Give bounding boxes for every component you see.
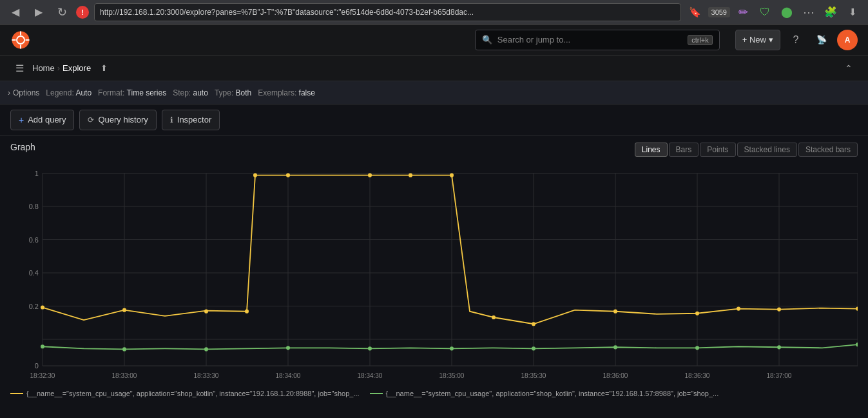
svg-text:18:36:30: 18:36:30 — [685, 372, 710, 379]
legend-color-green — [370, 393, 383, 394]
url-bar[interactable]: http://192.168.1.20:3000/explore?panes=%… — [94, 3, 681, 21]
svg-point-50 — [492, 315, 496, 319]
help-button[interactable]: ? — [786, 30, 806, 50]
legend-text-yellow: {__name__="system_cpu_usage", applicatio… — [26, 390, 360, 397]
options-bar: › Options Legend: Auto Format: Time seri… — [0, 81, 868, 104]
new-button-label: + New — [742, 35, 766, 45]
pen-extension[interactable]: ✏ — [734, 3, 752, 21]
type-option[interactable]: Type: Both — [215, 88, 251, 97]
breadcrumb-separator: › — [57, 63, 60, 73]
format-option[interactable]: Format: Time series — [98, 88, 166, 97]
exemplars-option[interactable]: Exemplars: false — [258, 88, 315, 97]
svg-text:18:37:00: 18:37:00 — [767, 372, 792, 379]
svg-text:0.6: 0.6 — [29, 236, 39, 244]
share-button[interactable]: ⬆ — [95, 59, 113, 77]
svg-point-61 — [368, 346, 372, 350]
new-button[interactable]: + New ▾ — [735, 30, 780, 50]
svg-point-53 — [695, 312, 699, 315]
inspector-button[interactable]: ℹ Inspector — [162, 110, 220, 130]
breadcrumb-explore: Explore — [63, 63, 91, 73]
back-button[interactable]: ◀ — [6, 3, 24, 21]
svg-text:18:35:30: 18:35:30 — [521, 372, 546, 379]
graph-header: Graph Lines Bars Points Stacked lines St… — [10, 142, 858, 157]
search-icon: 🔍 — [482, 35, 492, 45]
plus-icon: + — [19, 115, 24, 125]
legend-color-yellow — [10, 393, 23, 394]
svg-point-48 — [409, 174, 412, 177]
svg-point-43 — [204, 310, 208, 314]
graph-title: Graph — [10, 142, 35, 152]
chevron-up-icon: ⌃ — [845, 63, 853, 74]
shield-extension[interactable]: 🛡 — [756, 3, 774, 21]
rss-icon: 📡 — [816, 35, 827, 45]
avatar-initials: A — [845, 35, 851, 45]
svg-text:0.8: 0.8 — [29, 203, 39, 210]
more-button[interactable]: ⋯ — [800, 3, 818, 21]
svg-point-63 — [532, 346, 535, 350]
grafana-logo[interactable] — [10, 30, 31, 50]
query-history-button[interactable]: ⟳ Query history — [79, 110, 156, 130]
nav-bar: ☰ Home › Explore ⬆ ⌃ — [0, 55, 868, 81]
refresh-button[interactable]: ↻ — [53, 3, 71, 21]
stacked-lines-button[interactable]: Stacked lines — [737, 143, 797, 157]
url-text: http://192.168.1.20:3000/explore?panes=%… — [100, 8, 474, 17]
collapse-button[interactable]: ⌃ — [840, 59, 858, 77]
svg-text:0.2: 0.2 — [29, 302, 39, 310]
points-button[interactable]: Points — [700, 143, 735, 157]
svg-point-44 — [245, 310, 249, 314]
legend-item-green[interactable]: {__name__="system_cpu_usage", applicatio… — [370, 390, 719, 397]
search-placeholder: Search or jump to... — [497, 35, 682, 45]
rss-button[interactable]: 📡 — [811, 30, 832, 50]
svg-point-49 — [450, 174, 454, 177]
history-icon: ⟳ — [88, 115, 94, 124]
inspector-icon: ℹ — [170, 115, 173, 124]
browser-actions: 🔖 3059 ✏ 🛡 ⬤ ⋯ 🧩 ⬇ — [686, 3, 862, 21]
svg-point-51 — [532, 322, 535, 326]
extension-badge[interactable]: 3059 — [708, 7, 730, 17]
breadcrumb: Home › Explore — [32, 63, 91, 73]
svg-point-42 — [122, 308, 126, 312]
header-right: + New ▾ ? 📡 A — [735, 30, 858, 50]
graph-view-controls: Lines Bars Points Stacked lines Stacked … — [635, 143, 858, 157]
svg-text:0: 0 — [35, 362, 39, 370]
graph-container: 1 0.8 0.6 0.4 0.2 0 18:32:30 18:33:00 18… — [10, 160, 858, 386]
download-button[interactable]: ⬇ — [844, 3, 862, 21]
options-toggle[interactable]: › Options — [8, 88, 39, 97]
share-icon: ⬆ — [101, 63, 108, 73]
svg-text:1: 1 — [35, 170, 39, 177]
security-icon: ! — [76, 6, 89, 19]
browser-chrome: ◀ ▶ ↻ ! http://192.168.1.20:3000/explore… — [0, 0, 868, 25]
svg-text:18:36:00: 18:36:00 — [603, 372, 628, 379]
search-bar[interactable]: 🔍 Search or jump to... ctrl+k — [475, 30, 720, 50]
svg-point-46 — [286, 174, 290, 177]
svg-text:0.4: 0.4 — [29, 269, 39, 277]
inspector-label: Inspector — [177, 115, 211, 124]
step-option[interactable]: Step: auto — [173, 88, 208, 97]
chart-svg: 1 0.8 0.6 0.4 0.2 0 18:32:30 18:33:00 18… — [10, 160, 858, 386]
svg-point-62 — [450, 346, 454, 350]
forward-button[interactable]: ▶ — [30, 3, 48, 21]
query-history-label: Query history — [98, 115, 148, 124]
bookmark-button[interactable]: 🔖 — [686, 3, 704, 21]
avatar[interactable]: A — [837, 30, 858, 50]
svg-text:18:32:30: 18:32:30 — [30, 372, 55, 379]
extensions-button[interactable]: 🧩 — [822, 3, 840, 21]
svg-point-66 — [777, 345, 781, 349]
legend-option[interactable]: Legend: Auto — [46, 88, 92, 97]
options-label: Options — [13, 88, 39, 97]
stacked-bars-button[interactable]: Stacked bars — [798, 143, 858, 157]
help-icon: ? — [793, 34, 799, 46]
svg-point-54 — [737, 307, 740, 311]
lines-button[interactable]: Lines — [635, 143, 668, 157]
menu-button[interactable]: ☰ — [10, 59, 28, 77]
app-header: 🔍 Search or jump to... ctrl+k + New ▾ ? … — [0, 25, 868, 55]
svg-point-55 — [777, 308, 781, 312]
legend-item-yellow[interactable]: {__name__="system_cpu_usage", applicatio… — [10, 390, 360, 397]
legend-bar: {__name__="system_cpu_usage", applicatio… — [0, 386, 868, 401]
new-button-chevron: ▾ — [769, 35, 773, 45]
circle-extension[interactable]: ⬤ — [778, 3, 796, 21]
svg-point-58 — [122, 347, 126, 351]
breadcrumb-home[interactable]: Home — [32, 63, 55, 73]
add-query-button[interactable]: + Add query — [10, 110, 74, 130]
bars-button[interactable]: Bars — [669, 143, 699, 157]
